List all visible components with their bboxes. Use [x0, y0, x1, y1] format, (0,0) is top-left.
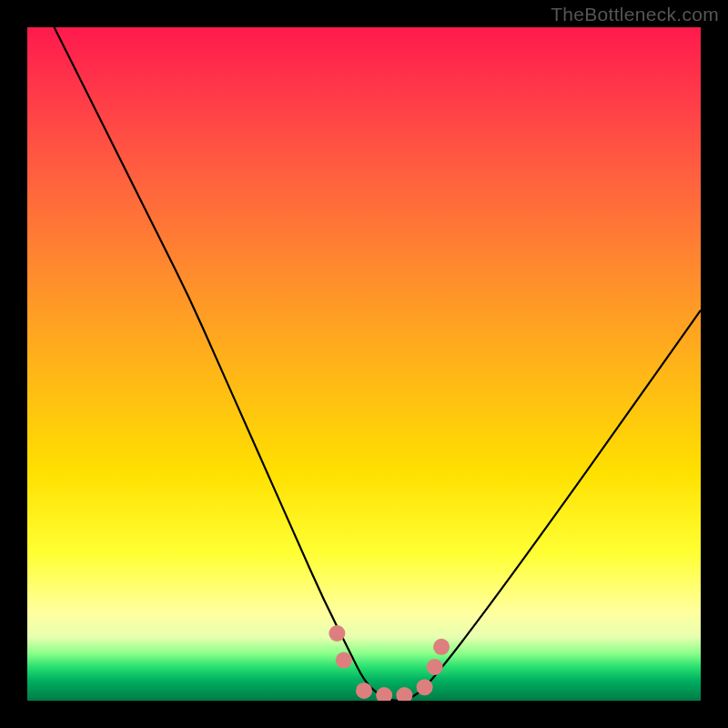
- curve-marker: [336, 652, 352, 669]
- watermark-label: TheBottleneck.com: [551, 4, 719, 25]
- curve-line: [55, 27, 701, 701]
- curve-marker: [396, 687, 412, 701]
- curve-path: [55, 27, 701, 701]
- curve-marker: [329, 625, 345, 642]
- chart-frame: TheBottleneck.com: [0, 0, 728, 728]
- plot-area: [27, 27, 701, 701]
- curve-marker: [356, 682, 372, 699]
- curve-marker: [417, 679, 433, 695]
- curve-marker: [433, 639, 450, 655]
- curve-marker: [427, 659, 443, 675]
- curve-marker: [376, 687, 392, 701]
- curve-markers: [329, 625, 450, 701]
- bottleneck-curve: [27, 27, 701, 701]
